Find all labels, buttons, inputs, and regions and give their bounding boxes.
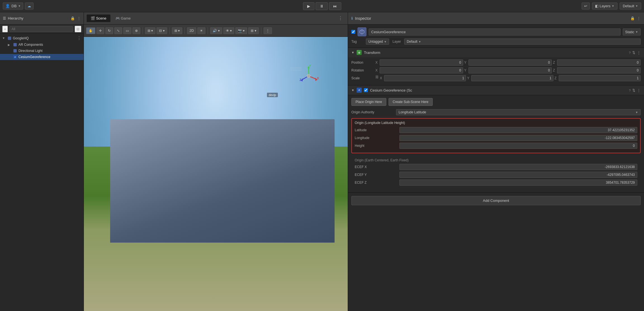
scale-y-input[interactable] <box>471 75 553 81</box>
tree-item-ar-components[interactable]: ▶ AR Components <box>0 42 84 48</box>
ecef-y-input[interactable] <box>399 172 637 178</box>
rotation-z-input[interactable] <box>557 67 641 73</box>
transform-tool-button[interactable]: ⊕ <box>132 27 140 34</box>
position-z-field: Z <box>553 59 641 66</box>
tab-scene[interactable]: 🎬 Scene <box>87 15 110 22</box>
cesium-question-icon[interactable] <box>629 88 631 92</box>
account-label: DB <box>11 4 17 8</box>
position-y-input[interactable] <box>468 59 552 66</box>
transform-more-icon[interactable]: ⋮ <box>637 51 641 55</box>
ecef-title: Origin (Earth Centered, Earth Fixed) <box>355 158 637 162</box>
layers-dropdown[interactable]: ◧ Layers ▼ <box>592 3 617 9</box>
rotate-tool-button[interactable]: ↻ <box>105 27 113 34</box>
static-chevron-icon: ▼ <box>635 30 638 34</box>
origin-authority-row: Origin Authority Longitude Latitude ▼ <box>351 109 641 115</box>
gameobject-icon-cesium: # <box>13 55 17 59</box>
position-x-label: X <box>375 61 379 64</box>
hierarchy-toolbar: ⊞ <box>0 25 84 34</box>
static-button[interactable]: Static ▼ <box>623 28 641 35</box>
undo-button[interactable]: ↩ <box>582 3 590 9</box>
game-icon: 🎮 <box>115 16 121 20</box>
cloud-button[interactable]: ☁ <box>25 3 34 9</box>
cesium-section-header[interactable]: ▼ # Cesium Georeference (Sc ⇅ ⋮ <box>348 85 644 95</box>
tag-select[interactable]: Untagged ▼ <box>366 39 389 45</box>
gizmo-tool-button[interactable]: ⊞ ▾ <box>248 27 259 34</box>
add-component-button[interactable]: Add Component <box>351 196 641 205</box>
inspector-more-icon[interactable]: ⋮ <box>637 16 641 20</box>
inspector-title: Inspector <box>355 16 371 21</box>
tree-item-cesium-georeference[interactable]: ▶ # CesiumGeoreference <box>0 54 84 60</box>
origin-authority-chevron-icon: ▼ <box>635 111 638 114</box>
move-tool-button[interactable]: ✛ <box>96 27 104 34</box>
tab-game[interactable]: 🎮 Game <box>112 15 135 22</box>
scale-x-input[interactable] <box>384 75 466 81</box>
rect-tool-button[interactable]: ▭ <box>123 27 131 34</box>
ecef-y-row: ECEF Y <box>355 172 637 178</box>
tree-item-directional-light[interactable]: ▶ Directional Light <box>0 48 84 54</box>
cesium-more-icon[interactable]: ⋮ <box>637 88 641 92</box>
cesium-section: ▼ # Cesium Georeference (Sc ⇅ ⋮ Place Or… <box>348 85 644 193</box>
rotation-y-input[interactable] <box>468 67 552 73</box>
place-origin-button[interactable]: Place Origin Here <box>351 98 386 106</box>
hierarchy-filter-icon[interactable]: ⊞ <box>75 26 81 32</box>
transform-section-header[interactable]: ▼ ⊕ Transform ⇅ ⋮ <box>348 48 644 57</box>
pause-button[interactable]: ⏸ <box>316 2 328 10</box>
scale-y-label: Y <box>467 76 470 80</box>
transform-question-icon[interactable] <box>629 51 631 55</box>
play-controls: ▶ ⏸ ⏭ <box>303 2 341 10</box>
longitude-input[interactable] <box>399 135 637 141</box>
effects-tool-button[interactable]: 👁 ▾ <box>223 27 234 34</box>
add-hierarchy-item-button[interactable] <box>2 26 8 32</box>
origin-authority-select[interactable]: Longitude Latitude ▼ <box>396 109 641 115</box>
more-tools-button[interactable]: ⋮ <box>264 27 272 34</box>
more-icon-googlehq[interactable]: ⋮ <box>77 35 81 41</box>
view-2d-button[interactable]: 2D <box>187 27 196 34</box>
position-x-input[interactable] <box>380 59 463 66</box>
hierarchy-tree: ▼ GoogleHQ ⋮ ▶ AR Components ▶ <box>0 34 84 311</box>
scale-tool-button[interactable]: ⤡ <box>114 27 122 34</box>
cesium-component-active-checkbox[interactable] <box>364 88 368 92</box>
inspector-lock-icon[interactable]: 🔒 <box>630 16 635 20</box>
hierarchy-search-input[interactable] <box>10 26 73 32</box>
account-button[interactable]: 👤 DB ▼ <box>3 3 23 9</box>
transform-settings-icon[interactable]: ⇅ <box>632 51 635 55</box>
scene-tab-more-icon[interactable]: ⋮ <box>336 16 345 21</box>
gameobject-icon-googlehq <box>7 36 12 40</box>
object-active-checkbox[interactable] <box>351 30 355 34</box>
audio-tool-button[interactable]: 🔊 ▾ <box>210 27 222 34</box>
tag-chevron-icon: ▼ <box>384 40 387 43</box>
ecef-z-row: ECEF Z <box>355 180 637 186</box>
pivot-tool-button[interactable]: ⊞ ▾ <box>145 27 155 34</box>
play-button[interactable]: ▶ <box>303 2 314 10</box>
hand-tool-button[interactable]: ✋ <box>86 27 95 34</box>
object-name-input[interactable] <box>369 28 621 35</box>
layer-select[interactable]: Default ▼ <box>404 39 641 45</box>
origin-authority-value: Longitude Latitude <box>399 110 426 114</box>
ecef-z-input[interactable] <box>399 180 637 186</box>
tree-item-googlehq[interactable]: ▼ GoogleHQ ⋮ <box>0 35 84 42</box>
rotation-x-input[interactable] <box>380 67 463 73</box>
step-button[interactable]: ⏭ <box>329 2 341 10</box>
cesium-settings-icon[interactable]: ⇅ <box>632 88 635 92</box>
scale-xyz: ⛓ X Y Z <box>375 75 641 81</box>
light-tool-button[interactable]: ☀ <box>197 27 205 34</box>
lock-icon[interactable]: 🔒 <box>70 16 75 20</box>
latitude-input[interactable] <box>399 127 637 133</box>
scale-z-input[interactable] <box>559 75 641 81</box>
gameobject-icon-light <box>13 49 17 53</box>
position-z-input[interactable] <box>557 59 641 66</box>
create-sub-scene-button[interactable]: Create Sub-Scene Here <box>389 98 433 106</box>
scene-view[interactable]: Y X Z dev|p <box>84 37 348 311</box>
global-tool-button[interactable]: ⊟ ▾ <box>157 27 167 34</box>
ecef-x-input[interactable] <box>399 164 637 170</box>
top-bar: 👤 DB ▼ ☁ ▶ ⏸ ⏭ ↩ ◧ Layers ▼ Default ▼ <box>0 0 644 12</box>
camera-tool-button[interactable]: 📷 ▾ <box>235 27 247 34</box>
static-label: Static <box>625 30 634 34</box>
default-dropdown[interactable]: Default ▼ <box>620 3 641 9</box>
more-options-icon[interactable]: ⋮ <box>77 16 81 20</box>
position-label: Position <box>351 61 374 64</box>
height-label: Height <box>355 144 399 148</box>
height-input[interactable] <box>399 143 637 149</box>
ecef-y-label: ECEF Y <box>355 173 399 177</box>
grid-tool-button[interactable]: ⊞ ▾ <box>172 27 182 34</box>
